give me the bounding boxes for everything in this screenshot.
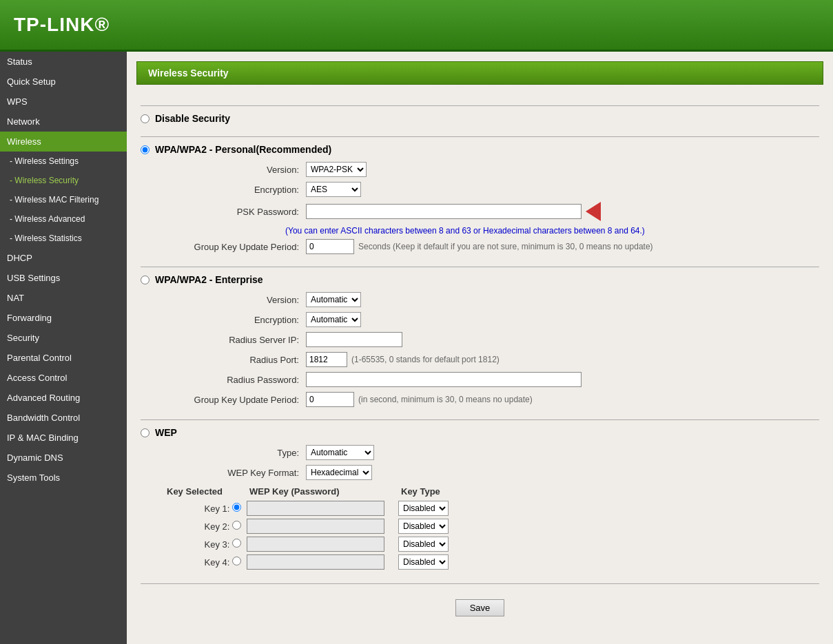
wpa-personal-psk-label: PSK Password: [161,207,299,217]
wpa-enterprise-group-key-label: Group Key Update Period: [161,395,299,405]
sidebar-item-ip-mac-binding[interactable]: IP & MAC Binding [0,428,127,448]
wep-key-table: Key Selected WEP Key (Password) Key Type… [161,485,819,571]
sidebar-item-nat[interactable]: NAT [0,288,127,308]
radius-password-input[interactable] [306,372,582,387]
wep-key-format-select[interactable]: ASCII Hexadecimal [306,465,372,480]
sidebar-item-wireless[interactable]: Wireless [0,132,127,152]
wep-key-row-3: Key 3: Disabled 64bit [161,535,451,553]
main-content: Wireless Security Disable Security WPA/W… [127,52,833,644]
wep-key1-type-select[interactable]: Disabled 64bit 128bit 152bit [398,501,449,516]
wpa-personal-version-select[interactable]: Automatic WPA-PSK WPA2-PSK [306,162,367,177]
wep-key-row-2: Key 2: Disabled 64bit [161,517,451,535]
wpa-enterprise-version-select[interactable]: Automatic WPA WPA2 [306,292,361,307]
wep-key4-type-select[interactable]: Disabled 64bit 128bit 152bit [398,554,449,570]
col-wep-key: WEP Key (Password) [244,485,395,499]
sidebar-item-usb-settings[interactable]: USB Settings [0,268,127,288]
wpa-personal-encryption-label: Encryption: [161,185,299,195]
wpa-enterprise-radius-ip-label: Radius Server IP: [161,335,299,345]
wpa-enterprise-group-key-hint: (in second, minimum is 30, 0 means no up… [358,395,533,404]
wep-key-row-1: Key 1: Disabled 64bit [161,499,451,517]
wpa-personal-encryption-row: Encryption: Automatic TKIP AES [141,182,819,197]
sidebar-item-wireless-advanced[interactable]: - Wireless Advanced [0,209,127,229]
wep-key-row-4: Key 4: Disabled 64bit [161,553,451,571]
sidebar-item-parental-control[interactable]: Parental Control [0,348,127,368]
wpa-personal-encryption-select[interactable]: Automatic TKIP AES [306,182,361,197]
disable-security-label: Disable Security [155,113,230,124]
disable-security-section: Disable Security [141,113,819,124]
sidebar-item-advanced-routing[interactable]: Advanced Routing [0,388,127,408]
sidebar-item-quick-setup[interactable]: Quick Setup [0,72,127,92]
layout: Status Quick Setup WPS Network Wireless … [0,52,833,644]
sidebar-item-wireless-security[interactable]: - Wireless Security [0,171,127,190]
radius-ip-input[interactable] [306,332,402,347]
logo: TP-LINK® [14,14,110,36]
wep-key3-input[interactable] [247,537,384,552]
wpa-personal-label: WPA/WPA2 - Personal(Recommended) [155,144,331,155]
wep-label: WEP [155,427,177,438]
wpa-enterprise-version-row: Version: Automatic WPA WPA2 [141,292,819,307]
wep-key1-input[interactable] [247,501,384,516]
divider-1 [141,136,819,137]
wpa-personal-section: WPA/WPA2 - Personal(Recommended) Version… [141,144,819,254]
psk-password-input[interactable] [306,204,582,219]
wpa-enterprise-radio[interactable] [141,276,150,284]
save-row: Save [141,591,819,627]
sidebar-item-security[interactable]: Security [0,328,127,348]
content-area: Disable Security WPA/WPA2 - Personal(Rec… [127,92,833,634]
wpa-personal-radio[interactable] [141,145,150,154]
psk-hint: (You can enter ASCII characters between … [141,226,819,236]
sidebar-item-bandwidth-control[interactable]: Bandwidth Control [0,408,127,428]
logo-text: TP-LINK [14,14,94,35]
sidebar-item-wireless-statistics[interactable]: - Wireless Statistics [0,229,127,248]
wpa-personal-group-key-row: Group Key Update Period: Seconds (Keep i… [141,239,819,254]
wpa-personal-group-key-label: Group Key Update Period: [161,242,299,252]
wep-type-label: Type: [161,448,299,458]
wep-key2-radio[interactable] [232,521,241,530]
wpa-enterprise-version-label: Version: [161,295,299,305]
wep-key2-input[interactable] [247,519,384,534]
wpa-personal-group-key-input[interactable] [306,239,354,254]
wep-key3-radio[interactable] [232,539,241,548]
page-title-bar: Wireless Security [136,61,823,85]
wep-radio[interactable] [141,428,150,437]
wep-key3-type-select[interactable]: Disabled 64bit 128bit 152bit [398,537,449,552]
wpa-personal-header-row: WPA/WPA2 - Personal(Recommended) [141,144,819,155]
wep-key4-radio[interactable] [232,557,241,565]
sidebar-item-access-control[interactable]: Access Control [0,368,127,388]
wpa-enterprise-encryption-select[interactable]: Automatic TKIP AES [306,312,361,327]
wpa-personal-version-row: Version: Automatic WPA-PSK WPA2-PSK [141,162,819,177]
sidebar-item-dynamic-dns[interactable]: Dynamic DNS [0,448,127,468]
wpa-enterprise-group-key-input[interactable] [306,392,354,407]
disable-security-radio[interactable] [141,114,150,123]
psk-arrow-indicator [586,202,601,221]
sidebar-item-status[interactable]: Status [0,52,127,72]
sidebar-item-dhcp[interactable]: DHCP [0,248,127,268]
wpa-enterprise-radius-port-row: Radius Port: (1-65535, 0 stands for defa… [141,352,819,367]
wpa-enterprise-group-key-row: Group Key Update Period: (in second, min… [141,392,819,407]
wpa-enterprise-radius-ip-row: Radius Server IP: [141,332,819,347]
sidebar-item-system-tools[interactable]: System Tools [0,468,127,488]
radius-port-input[interactable] [306,352,347,367]
divider-2 [141,267,819,267]
divider-3 [141,419,819,420]
wpa-enterprise-encryption-row: Encryption: Automatic TKIP AES [141,312,819,327]
save-button[interactable]: Save [455,599,505,616]
wpa-enterprise-encryption-label: Encryption: [161,315,299,325]
wep-key4-input[interactable] [247,554,384,570]
sidebar-item-wireless-settings[interactable]: - Wireless Settings [0,152,127,171]
wpa-enterprise-radius-pwd-row: Radius Password: [141,372,819,387]
sidebar-item-forwarding[interactable]: Forwarding [0,308,127,328]
bottom-divider [141,583,819,584]
sidebar-item-wps[interactable]: WPS [0,92,127,112]
col-key-selected: Key Selected [161,485,244,499]
col-key-type: Key Type [395,485,451,499]
header: TP-LINK® [0,0,833,52]
wpa-enterprise-label: WPA/WPA2 - Enterprise [155,274,263,285]
sidebar: Status Quick Setup WPS Network Wireless … [0,52,127,644]
sidebar-item-wireless-mac-filtering[interactable]: - Wireless MAC Filtering [0,190,127,209]
sidebar-item-network[interactable]: Network [0,112,127,132]
wep-key2-type-select[interactable]: Disabled 64bit 128bit 152bit [398,519,449,534]
wep-type-row: Type: Automatic Open System Shared Key [141,445,819,460]
wep-type-select[interactable]: Automatic Open System Shared Key [306,445,374,460]
wep-key1-radio[interactable] [232,503,241,512]
